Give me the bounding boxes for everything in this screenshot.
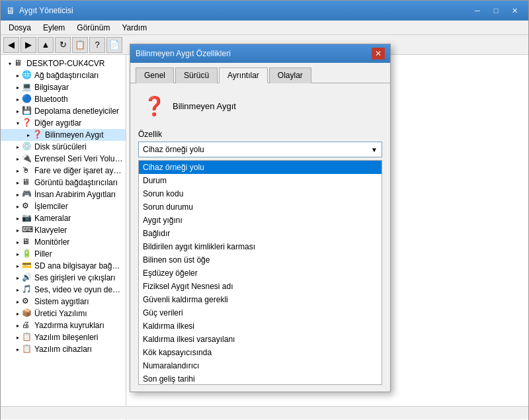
tree-root[interactable]: ▾ 🖥 DESKTOP-CUK4CVR bbox=[1, 58, 126, 69]
expand-btn-kameralar[interactable]: ▸ bbox=[14, 214, 22, 222]
expand-btn-ag[interactable]: ▸ bbox=[14, 71, 22, 79]
dialog-close-button[interactable]: ✕ bbox=[372, 48, 385, 60]
tree-item-insan[interactable]: ▸ 🎮 İnsan Arabirim Aygıtları bbox=[1, 189, 126, 200]
tree-panel[interactable]: ▾ 🖥 DESKTOP-CUK4CVR ▸ 🌐 Ağ bağdaştırıcıl… bbox=[1, 55, 126, 420]
tree-item-yazilim-cih[interactable]: ▸ 📋 Yazılım cihazları bbox=[1, 343, 126, 355]
tree-item-bilinmeyen[interactable]: ▸ ❓ Bilinmeyen Aygıt bbox=[1, 129, 126, 141]
list-item-9[interactable]: Fiziksel Aygıt Nesnesi adı bbox=[139, 280, 382, 293]
expand-btn-depolama[interactable]: ▸ bbox=[14, 107, 22, 115]
tree-item-ses-giris[interactable]: ▸ 🔊 Ses girişleri ve çıkışları bbox=[1, 272, 126, 284]
tree-item-disk[interactable]: ▸ 💿 Disk sürücüleri bbox=[1, 141, 126, 153]
list-item-13[interactable]: Kaldırma ilkesi varsayılanı bbox=[139, 333, 382, 346]
tree-item-depolama[interactable]: ▸ 💾 Depolama denetleyiciler bbox=[1, 105, 126, 117]
tree-item-diger[interactable]: ▾ ❓ Diğer aygıtlar bbox=[1, 117, 126, 129]
expand-btn-ses-video[interactable]: ▸ bbox=[14, 286, 22, 294]
expand-btn-bluetooth[interactable]: ▸ bbox=[14, 95, 22, 103]
tree-item-sd[interactable]: ▸ 💳 SD ana bilgisayar bağda... bbox=[1, 260, 126, 272]
property-dropdown[interactable]: Cihaz örneği yolu ▼ bbox=[138, 142, 382, 157]
list-item-10[interactable]: Güvenli kaldırma gerekli bbox=[139, 293, 382, 306]
list-item-3[interactable]: Sorun durumu bbox=[139, 200, 382, 214]
icon-kameralar: 📷 bbox=[22, 213, 32, 224]
expand-btn-yazilim-cih[interactable]: ▸ bbox=[14, 345, 22, 353]
properties-button[interactable]: 📋 bbox=[72, 37, 88, 53]
expand-btn-diger[interactable]: ▾ bbox=[14, 119, 22, 127]
extra-button[interactable]: 📄 bbox=[106, 37, 122, 53]
icon-yazilim-bil: 📋 bbox=[22, 332, 32, 343]
expand-btn-islemciler[interactable]: ▸ bbox=[14, 202, 22, 210]
tab-genel[interactable]: Genel bbox=[136, 67, 174, 83]
label-insan: İnsan Arabirim Aygıtları bbox=[34, 190, 116, 199]
list-item-4[interactable]: Aygıt yığını bbox=[139, 214, 382, 227]
tree-item-kameralar[interactable]: ▸ 📷 Kameralar bbox=[1, 212, 126, 224]
menu-goruntum[interactable]: Görünüm bbox=[71, 22, 115, 34]
tree-item-bluetooth[interactable]: ▸ 🔵 Bluetooth bbox=[1, 93, 126, 105]
list-item-14[interactable]: Kök kapsayıcısında bbox=[139, 346, 382, 359]
help-button[interactable]: ? bbox=[89, 37, 105, 53]
expand-btn-piller[interactable]: ▸ bbox=[14, 250, 22, 258]
tab-olaylar[interactable]: Olaylar bbox=[269, 67, 311, 83]
label-sd: SD ana bilgisayar bağda... bbox=[34, 261, 123, 271]
list-item-8[interactable]: Eşdüzey öğeler bbox=[139, 267, 382, 280]
tree-item-monitorler[interactable]: ▸ 🖥 Monitörler bbox=[1, 236, 126, 248]
tab-surucu[interactable]: Sürücü bbox=[175, 67, 218, 83]
close-button[interactable]: ✕ bbox=[506, 5, 523, 17]
expand-btn-sistem[interactable]: ▸ bbox=[14, 298, 22, 306]
expand-btn-uretici[interactable]: ▸ bbox=[14, 310, 22, 317]
main-window: 🖥 Aygıt Yöneticisi ─ □ ✕ Dosya Eylem Gör… bbox=[0, 0, 529, 420]
maximize-button[interactable]: □ bbox=[487, 5, 505, 17]
tree-item-islemciler[interactable]: ▸ ⚙ İşlemciler bbox=[1, 200, 126, 212]
expand-btn-bilgisayar[interactable]: ▸ bbox=[14, 83, 22, 91]
tree-item-piller[interactable]: ▸ 🔋 Piller bbox=[1, 248, 126, 260]
up-button[interactable]: ▲ bbox=[38, 37, 54, 53]
menu-bar: Dosya Eylem Görünüm Yardım bbox=[1, 21, 528, 35]
tree-item-ag[interactable]: ▸ 🌐 Ağ bağdaştırıcıları bbox=[1, 69, 126, 81]
expand-btn-monitorler[interactable]: ▸ bbox=[14, 238, 22, 246]
expand-btn-goruntu[interactable]: ▸ bbox=[14, 179, 22, 187]
tree-item-klavyeler[interactable]: ▸ ⌨ Klavyeler bbox=[1, 224, 126, 236]
list-item-5[interactable]: Bağlıdır bbox=[139, 227, 382, 240]
menu-eylem[interactable]: Eylem bbox=[38, 22, 70, 34]
tree-item-sistem[interactable]: ▸ ⚙ Sistem aygıtları bbox=[1, 296, 126, 308]
list-item-7[interactable]: Bilinen son üst öğe bbox=[139, 253, 382, 267]
tab-ayrintilar[interactable]: Ayrıntılar bbox=[219, 67, 268, 83]
list-item-0[interactable]: Cihaz örneği yolu bbox=[139, 161, 382, 174]
tree-item-evrensel[interactable]: ▸ 🔌 Evrensel Seri Veri Yolu de... bbox=[1, 153, 126, 165]
tree-item-bilgisayar[interactable]: ▸ 💻 Bilgisayar bbox=[1, 81, 126, 93]
expand-btn-fare[interactable]: ▸ bbox=[14, 167, 22, 175]
expand-btn-sd[interactable]: ▸ bbox=[14, 262, 22, 270]
tree-item-goruntu[interactable]: ▸ 🖥 Görüntü bağdaştırıcıları bbox=[1, 177, 126, 189]
tree-item-uretici[interactable]: ▸ 📦 Üretici Yazılımı bbox=[1, 308, 126, 319]
tree-item-fare[interactable]: ▸ 🖱 Fare ve diğer işaret aygıt... bbox=[1, 165, 126, 177]
forward-button[interactable]: ▶ bbox=[20, 37, 36, 53]
tree-item-ses-video[interactable]: ▸ 🎵 Ses, video ve oyun dene... bbox=[1, 284, 126, 296]
list-item-2[interactable]: Sorun kodu bbox=[139, 187, 382, 200]
expand-btn-disk[interactable]: ▸ bbox=[14, 143, 22, 151]
expand-btn-yazilim-bil[interactable]: ▸ bbox=[14, 333, 22, 341]
property-listbox[interactable]: Cihaz örneği yoluDurumSorun koduSorun du… bbox=[138, 160, 382, 385]
label-evrensel: Evrensel Seri Veri Yolu de... bbox=[34, 154, 123, 163]
back-button[interactable]: ◀ bbox=[3, 37, 19, 53]
expand-btn-klavyeler[interactable]: ▸ bbox=[14, 226, 22, 234]
expand-btn-bilinmeyen[interactable]: ▸ bbox=[24, 131, 32, 139]
expand-btn-insan[interactable]: ▸ bbox=[14, 190, 22, 198]
tree-item-yazdirma[interactable]: ▸ 🖨 Yazdırma kuyrukları bbox=[1, 319, 126, 331]
expand-btn-ses-giris[interactable]: ▸ bbox=[14, 274, 22, 282]
refresh-button[interactable]: ↻ bbox=[55, 37, 71, 53]
tab-bar: Genel Sürücü Ayrıntılar Olaylar bbox=[130, 63, 390, 83]
list-item-15[interactable]: Numaralandırıcı bbox=[139, 359, 382, 372]
tree-item-yazilim-bil[interactable]: ▸ 📋 Yazılım bileşenleri bbox=[1, 331, 126, 343]
list-item-16[interactable]: Son geliş tarihi bbox=[139, 372, 382, 385]
expand-btn-yazdirma[interactable]: ▸ bbox=[14, 321, 22, 329]
icon-ses-giris: 🔊 bbox=[22, 273, 32, 283]
expand-root[interactable]: ▾ bbox=[6, 60, 14, 67]
expand-btn-evrensel[interactable]: ▸ bbox=[14, 155, 22, 163]
list-item-1[interactable]: Durum bbox=[139, 174, 382, 187]
list-item-6[interactable]: Bildirilen aygıt kimlikleri karması bbox=[139, 240, 382, 253]
list-item-11[interactable]: Güç verileri bbox=[139, 306, 382, 319]
menu-yardim[interactable]: Yardım bbox=[116, 22, 152, 34]
list-item-12[interactable]: Kaldırma ilkesi bbox=[139, 319, 382, 333]
label-uretici: Üretici Yazılımı bbox=[34, 309, 87, 318]
minimize-button[interactable]: ─ bbox=[469, 5, 486, 17]
icon-bluetooth: 🔵 bbox=[22, 94, 32, 105]
menu-dosya[interactable]: Dosya bbox=[3, 22, 36, 34]
